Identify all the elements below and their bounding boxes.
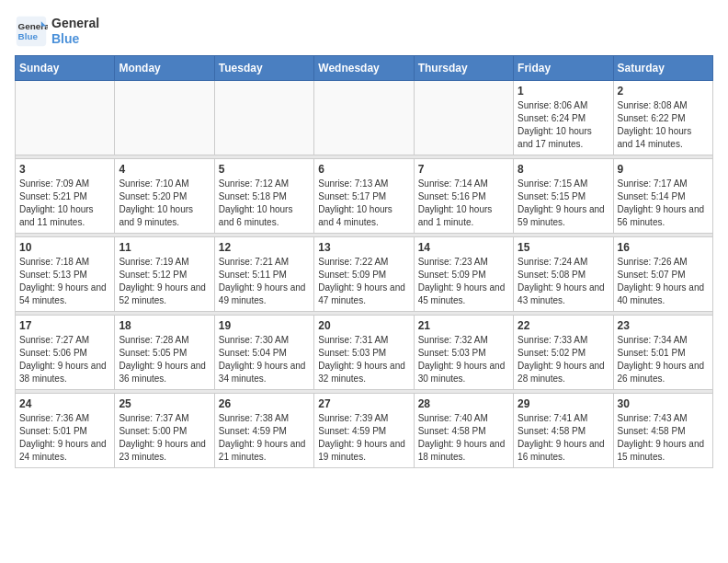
- calendar-cell: 6Sunrise: 7:13 AM Sunset: 5:17 PM Daylig…: [314, 159, 414, 234]
- day-info: Sunrise: 7:21 AM Sunset: 5:11 PM Dayligh…: [219, 256, 310, 307]
- calendar-cell: 16Sunrise: 7:26 AM Sunset: 5:07 PM Dayli…: [613, 237, 712, 312]
- day-info: Sunrise: 7:12 AM Sunset: 5:18 PM Dayligh…: [219, 178, 310, 229]
- day-number: 23: [618, 319, 709, 332]
- calendar-cell: 26Sunrise: 7:38 AM Sunset: 4:59 PM Dayli…: [214, 394, 313, 468]
- calendar-cell: 13Sunrise: 7:22 AM Sunset: 5:09 PM Dayli…: [314, 237, 414, 312]
- calendar-week-1: 1Sunrise: 8:06 AM Sunset: 6:24 PM Daylig…: [16, 81, 713, 155]
- calendar-cell: 30Sunrise: 7:43 AM Sunset: 4:58 PM Dayli…: [613, 394, 712, 468]
- calendar-cell: 24Sunrise: 7:36 AM Sunset: 5:01 PM Dayli…: [16, 394, 115, 468]
- day-number: 29: [518, 397, 609, 410]
- day-number: 6: [318, 163, 409, 176]
- day-info: Sunrise: 7:10 AM Sunset: 5:20 PM Dayligh…: [119, 178, 210, 229]
- day-info: Sunrise: 7:32 AM Sunset: 5:03 PM Dayligh…: [418, 334, 509, 385]
- day-info: Sunrise: 7:37 AM Sunset: 5:00 PM Dayligh…: [119, 412, 210, 464]
- day-info: Sunrise: 7:17 AM Sunset: 5:14 PM Dayligh…: [618, 178, 709, 229]
- day-info: Sunrise: 7:18 AM Sunset: 5:13 PM Dayligh…: [19, 256, 110, 307]
- calendar-cell: 14Sunrise: 7:23 AM Sunset: 5:09 PM Dayli…: [414, 237, 513, 312]
- day-info: Sunrise: 7:09 AM Sunset: 5:21 PM Dayligh…: [19, 178, 110, 229]
- day-info: Sunrise: 7:13 AM Sunset: 5:17 PM Dayligh…: [318, 178, 409, 229]
- day-number: 25: [119, 397, 210, 410]
- day-info: Sunrise: 7:24 AM Sunset: 5:08 PM Dayligh…: [518, 256, 609, 307]
- day-number: 9: [618, 163, 709, 176]
- calendar-cell: [16, 81, 115, 155]
- calendar-cell: 10Sunrise: 7:18 AM Sunset: 5:13 PM Dayli…: [16, 237, 115, 312]
- day-info: Sunrise: 7:30 AM Sunset: 5:04 PM Dayligh…: [219, 334, 310, 385]
- day-info: Sunrise: 7:15 AM Sunset: 5:15 PM Dayligh…: [518, 178, 609, 229]
- calendar-cell: 3Sunrise: 7:09 AM Sunset: 5:21 PM Daylig…: [16, 159, 115, 234]
- calendar-cell: [314, 81, 414, 155]
- calendar-cell: 19Sunrise: 7:30 AM Sunset: 5:04 PM Dayli…: [214, 316, 313, 390]
- calendar-cell: 25Sunrise: 7:37 AM Sunset: 5:00 PM Dayli…: [115, 394, 214, 468]
- day-info: Sunrise: 7:40 AM Sunset: 4:58 PM Dayligh…: [418, 412, 509, 464]
- calendar-cell: 17Sunrise: 7:27 AM Sunset: 5:06 PM Dayli…: [16, 316, 115, 390]
- day-info: Sunrise: 7:23 AM Sunset: 5:09 PM Dayligh…: [418, 256, 509, 307]
- weekday-header-wednesday: Wednesday: [314, 56, 414, 81]
- calendar-cell: [214, 81, 313, 155]
- day-number: 24: [19, 397, 110, 410]
- day-number: 17: [19, 319, 110, 332]
- svg-text:Blue: Blue: [18, 31, 39, 41]
- day-number: 22: [518, 319, 609, 332]
- day-info: Sunrise: 7:22 AM Sunset: 5:09 PM Dayligh…: [318, 256, 409, 307]
- calendar-cell: 29Sunrise: 7:41 AM Sunset: 4:58 PM Dayli…: [514, 394, 613, 468]
- day-info: Sunrise: 7:26 AM Sunset: 5:07 PM Dayligh…: [618, 256, 709, 307]
- day-info: Sunrise: 8:06 AM Sunset: 6:24 PM Dayligh…: [518, 99, 609, 151]
- weekday-header-row: SundayMondayTuesdayWednesdayThursdayFrid…: [16, 56, 713, 81]
- weekday-header-friday: Friday: [514, 56, 613, 81]
- day-number: 8: [518, 163, 609, 176]
- calendar-table: SundayMondayTuesdayWednesdayThursdayFrid…: [15, 55, 713, 468]
- calendar-cell: 28Sunrise: 7:40 AM Sunset: 4:58 PM Dayli…: [414, 394, 513, 468]
- weekday-header-thursday: Thursday: [414, 56, 513, 81]
- day-info: Sunrise: 7:27 AM Sunset: 5:06 PM Dayligh…: [19, 334, 110, 385]
- day-number: 3: [19, 163, 110, 176]
- day-info: Sunrise: 7:28 AM Sunset: 5:05 PM Dayligh…: [119, 334, 210, 385]
- day-number: 21: [418, 319, 509, 332]
- calendar-week-3: 10Sunrise: 7:18 AM Sunset: 5:13 PM Dayli…: [16, 237, 713, 312]
- day-info: Sunrise: 7:34 AM Sunset: 5:01 PM Dayligh…: [618, 334, 709, 385]
- day-number: 19: [219, 319, 310, 332]
- day-number: 28: [418, 397, 509, 410]
- day-info: Sunrise: 7:39 AM Sunset: 4:59 PM Dayligh…: [318, 412, 409, 464]
- calendar-week-2: 3Sunrise: 7:09 AM Sunset: 5:21 PM Daylig…: [16, 159, 713, 234]
- calendar-cell: 2Sunrise: 8:08 AM Sunset: 6:22 PM Daylig…: [613, 81, 712, 155]
- calendar-cell: 7Sunrise: 7:14 AM Sunset: 5:16 PM Daylig…: [414, 159, 513, 234]
- calendar-cell: 12Sunrise: 7:21 AM Sunset: 5:11 PM Dayli…: [214, 237, 313, 312]
- day-info: Sunrise: 7:33 AM Sunset: 5:02 PM Dayligh…: [518, 334, 609, 385]
- day-number: 7: [418, 163, 509, 176]
- calendar-cell: 11Sunrise: 7:19 AM Sunset: 5:12 PM Dayli…: [115, 237, 214, 312]
- day-number: 16: [618, 241, 709, 254]
- day-info: Sunrise: 7:36 AM Sunset: 5:01 PM Dayligh…: [19, 412, 110, 464]
- logo: General Blue GeneralBlue: [15, 15, 99, 48]
- calendar-cell: 21Sunrise: 7:32 AM Sunset: 5:03 PM Dayli…: [414, 316, 513, 390]
- day-number: 15: [518, 241, 609, 254]
- calendar-cell: 20Sunrise: 7:31 AM Sunset: 5:03 PM Dayli…: [314, 316, 414, 390]
- calendar-cell: 23Sunrise: 7:34 AM Sunset: 5:01 PM Dayli…: [613, 316, 712, 390]
- calendar-cell: [115, 81, 214, 155]
- logo-icon: General Blue: [15, 15, 48, 48]
- calendar-cell: 5Sunrise: 7:12 AM Sunset: 5:18 PM Daylig…: [214, 159, 313, 234]
- logo-text: GeneralBlue: [51, 16, 99, 47]
- day-number: 27: [318, 397, 409, 410]
- weekday-header-tuesday: Tuesday: [214, 56, 313, 81]
- day-info: Sunrise: 8:08 AM Sunset: 6:22 PM Dayligh…: [618, 99, 709, 151]
- calendar-cell: 4Sunrise: 7:10 AM Sunset: 5:20 PM Daylig…: [115, 159, 214, 234]
- day-info: Sunrise: 7:41 AM Sunset: 4:58 PM Dayligh…: [518, 412, 609, 464]
- day-number: 18: [119, 319, 210, 332]
- day-number: 4: [119, 163, 210, 176]
- weekday-header-saturday: Saturday: [613, 56, 712, 81]
- calendar-cell: 9Sunrise: 7:17 AM Sunset: 5:14 PM Daylig…: [613, 159, 712, 234]
- day-number: 20: [318, 319, 409, 332]
- calendar-week-4: 17Sunrise: 7:27 AM Sunset: 5:06 PM Dayli…: [16, 316, 713, 390]
- calendar-cell: 27Sunrise: 7:39 AM Sunset: 4:59 PM Dayli…: [314, 394, 414, 468]
- day-number: 10: [19, 241, 110, 254]
- weekday-header-sunday: Sunday: [16, 56, 115, 81]
- day-number: 2: [618, 85, 709, 98]
- calendar-cell: [414, 81, 513, 155]
- calendar-cell: 8Sunrise: 7:15 AM Sunset: 5:15 PM Daylig…: [514, 159, 613, 234]
- calendar-cell: 22Sunrise: 7:33 AM Sunset: 5:02 PM Dayli…: [514, 316, 613, 390]
- day-info: Sunrise: 7:19 AM Sunset: 5:12 PM Dayligh…: [119, 256, 210, 307]
- day-number: 5: [219, 163, 310, 176]
- svg-text:General: General: [18, 21, 48, 31]
- day-number: 11: [119, 241, 210, 254]
- day-number: 30: [618, 397, 709, 410]
